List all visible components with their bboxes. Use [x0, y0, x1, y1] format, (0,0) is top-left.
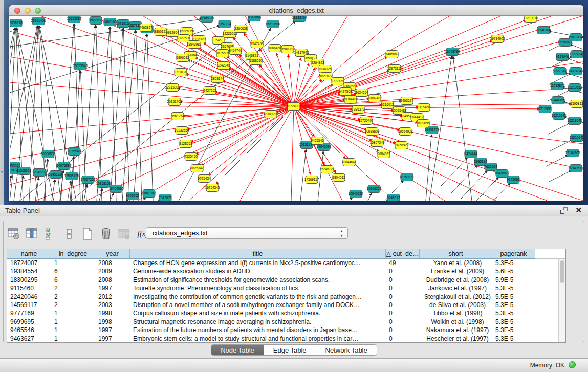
table-row[interactable]: 1456911722003Disruption of a novel membe…: [7, 301, 565, 309]
graph-node[interactable]: 1595813: [570, 100, 583, 108]
graph-node[interactable]: 19654923: [398, 128, 413, 136]
graph-node[interactable]: 7386372: [352, 106, 365, 114]
table-row[interactable]: 1938455462009Genome-wide association stu…: [7, 267, 565, 275]
graph-node[interactable]: 9684067: [377, 150, 390, 158]
close-panel-icon[interactable]: ✕: [575, 206, 582, 215]
table-row[interactable]: 2242004622012Investigating the contribut…: [7, 293, 565, 301]
row-selection-icon[interactable]: [44, 227, 57, 240]
graph-node[interactable]: 10996222: [367, 185, 382, 193]
graph-node[interactable]: 7632624: [484, 163, 497, 171]
graph-node[interactable]: 18750221: [400, 173, 415, 181]
column-header-short[interactable]: short: [420, 249, 492, 259]
graph-node[interactable]: 17359924: [67, 148, 82, 156]
graph-node[interactable]: 19756928: [394, 142, 409, 149]
graph-node[interactable]: 8128553: [179, 140, 192, 148]
graph-node[interactable]: 12942737: [32, 169, 47, 177]
memory-status-indicator[interactable]: [569, 361, 576, 368]
graph-node[interactable]: 1527602: [89, 17, 102, 25]
vertical-scrollbar[interactable]: [558, 259, 565, 343]
graph-node[interactable]: 15918174: [569, 34, 583, 41]
graph-node[interactable]: 10807487: [367, 95, 382, 102]
graph-node[interactable]: 18385839: [200, 16, 214, 23]
graph-node[interactable]: 12210643: [570, 134, 583, 142]
attribute-table[interactable]: namein_degreeyeartitle△ out_de…shortpage…: [7, 249, 566, 343]
graph-node[interactable]: 7942071: [159, 194, 172, 201]
graph-node[interactable]: 12093872: [550, 82, 565, 90]
table-row[interactable]: 1872400712008Changes of HCN gene express…: [7, 259, 565, 267]
graph-node[interactable]: 18133404: [292, 16, 307, 22]
splitter-collapse-icon[interactable]: ◂: [1, 170, 3, 174]
graph-node[interactable]: 8454749: [229, 47, 242, 55]
window-titlebar[interactable]: citations_edges.txt: [9, 5, 583, 16]
graph-node[interactable]: 9035578: [10, 19, 23, 27]
graph-node[interactable]: 15218506: [266, 20, 280, 28]
graph-node[interactable]: 18724007: [287, 103, 301, 111]
graph-node[interactable]: 9427552: [203, 87, 216, 95]
delete-column-icon[interactable]: [99, 227, 113, 240]
float-window-icon[interactable]: [560, 207, 568, 214]
graph-node[interactable]: 12505135: [64, 172, 79, 180]
graph-node[interactable]: 7934025: [318, 65, 332, 73]
graph-node[interactable]: 16754345: [205, 184, 220, 192]
graph-node[interactable]: 12973115: [387, 65, 402, 73]
graph-node[interactable]: 10653287: [67, 16, 82, 23]
graph-node[interactable]: 16210643: [552, 112, 567, 120]
graph-node[interactable]: 9561254: [171, 113, 184, 120]
graph-node[interactable]: 9896012: [176, 54, 189, 62]
graph-node[interactable]: 15245122: [320, 166, 335, 173]
graph-node[interactable]: 11548108: [536, 27, 551, 34]
table-row[interactable]: 946362711997Embryonic stem cells: a mode…: [7, 335, 565, 343]
graph-node[interactable]: 19132554: [175, 127, 189, 135]
graph-node[interactable]: 15807249: [370, 139, 385, 147]
graph-node[interactable]: 10975887: [57, 162, 72, 170]
table-row[interactable]: 946554611997Estimation of the future num…: [7, 326, 565, 334]
graph-node[interactable]: 11568023: [17, 167, 32, 175]
column-header-year[interactable]: year: [95, 249, 130, 259]
graph-node[interactable]: 12213383: [165, 84, 180, 92]
graph-node[interactable]: 20991406: [31, 17, 46, 25]
graph-node[interactable]: 6216012: [381, 101, 394, 109]
graph-node[interactable]: 9463627: [400, 97, 413, 105]
table-row[interactable]: 969969511998Structural magnetic resonanc…: [7, 318, 565, 326]
graph-node[interactable]: 9242845: [217, 62, 230, 70]
scrollbar-thumb[interactable]: [560, 260, 564, 283]
graph-node[interactable]: 7463827: [139, 24, 153, 32]
table-selector-dropdown[interactable]: citations_edges.txt ▲▼: [146, 227, 348, 239]
graph-node[interactable]: 10688609: [365, 128, 380, 136]
graph-node[interactable]: 9245061: [507, 176, 520, 184]
graph-node[interactable]: 9465546: [311, 137, 324, 145]
graph-node[interactable]: 9861302: [142, 190, 156, 198]
graph-node[interactable]: 15720407: [359, 117, 374, 125]
graph-node[interactable]: 9129946: [556, 53, 569, 61]
graph-node[interactable]: 12213970: [524, 16, 538, 23]
graph-node[interactable]: 18044641: [342, 159, 357, 166]
graph-node[interactable]: 9115460: [418, 104, 430, 112]
table-row[interactable]: 911546021997Tourette syndrome. Phenomeno…: [7, 284, 565, 292]
graph-node[interactable]: 7525450: [184, 153, 198, 161]
graph-node[interactable]: 6497568: [339, 88, 352, 96]
tab-edge-table[interactable]: Edge Table: [264, 345, 316, 355]
graph-node[interactable]: 9912954: [166, 29, 179, 37]
graph-node[interactable]: 9227343: [553, 68, 567, 75]
graph-node[interactable]: 14374343: [569, 68, 583, 75]
graph-node[interactable]: 9699695: [417, 120, 430, 127]
graph-node[interactable]: 2718126: [174, 69, 187, 76]
graph-node[interactable]: 10945022: [349, 190, 363, 198]
column-header-name[interactable]: name: [7, 249, 51, 259]
graph-node[interactable]: 1588520: [249, 57, 263, 65]
graph-node[interactable]: 18543982: [187, 41, 202, 49]
table-row[interactable]: 977716911998Corpus callosum shape and si…: [7, 309, 565, 317]
graph-node[interactable]: 9725434: [198, 175, 211, 183]
graph-node[interactable]: 7485063: [385, 51, 399, 58]
table-panel-header[interactable]: Table Panel ✕: [0, 205, 588, 216]
graph-node[interactable]: 17164303: [565, 149, 580, 157]
table-mode-icon[interactable]: [7, 227, 20, 240]
graph-node[interactable]: 11451134: [49, 171, 63, 179]
graph-node[interactable]: 1621072: [319, 73, 333, 80]
graph-node[interactable]: 20053346: [73, 62, 88, 70]
graph-node[interactable]: 3675685: [216, 50, 229, 57]
graph-node[interactable]: 20206535: [41, 150, 56, 158]
network-canvas[interactable]: 9035578209914061065328715276026466160107…: [10, 16, 583, 201]
graph-node[interactable]: 1066466: [268, 45, 281, 52]
table-row[interactable]: 1830029562008Estimation of significance …: [7, 276, 565, 284]
